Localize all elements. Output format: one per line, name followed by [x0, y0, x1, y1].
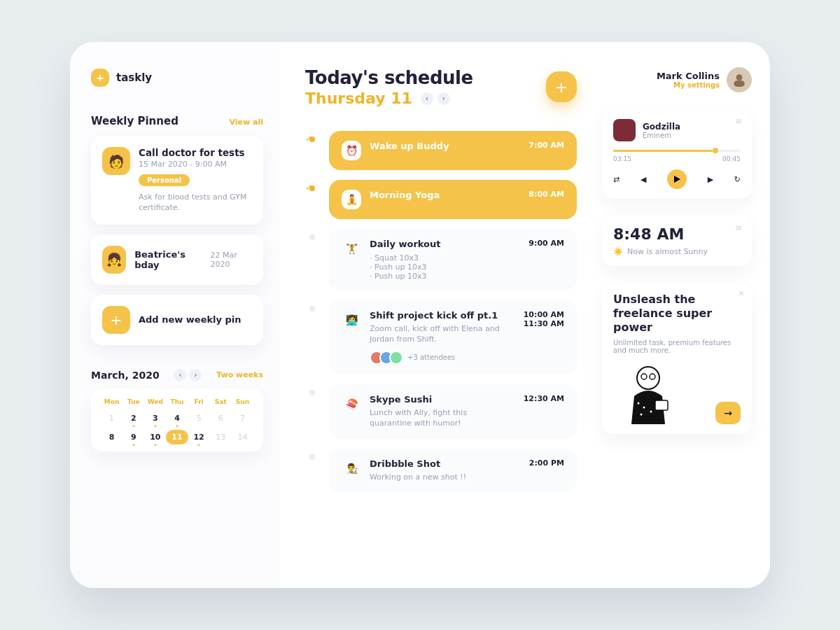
brand[interactable]: + taskly — [91, 69, 263, 87]
calendar-day[interactable]: 1 — [101, 411, 122, 426]
add-event-button[interactable]: + — [546, 71, 577, 102]
view-all-link[interactable]: View all — [229, 118, 263, 127]
progress-bar[interactable] — [613, 150, 741, 152]
timeline-item[interactable]: ✓ ⏰ Wake up Buddy 7:00 AM — [305, 131, 577, 170]
timeline-item[interactable]: 👩‍💻 Shift project kick off pt.1 Zoom cal… — [305, 300, 577, 374]
timeline-item[interactable]: 🍣 Skype Sushi Lunch with Ally, fight thi… — [305, 384, 577, 439]
schedule-title: Today's schedule — [305, 67, 577, 88]
calendar-week-1: 1 2 3 4 5 6 7 — [101, 411, 253, 426]
person-icon: 👩‍💻 — [342, 310, 361, 330]
app-window: + taskly Weekly Pinned View all 🧑 Call d… — [70, 42, 770, 588]
promo-arrow-button[interactable]: → — [715, 402, 741, 424]
add-pin-label: Add new weekly pin — [139, 314, 241, 325]
svg-point-8 — [640, 414, 643, 416]
schedule-next-button[interactable]: › — [438, 92, 450, 105]
pinned-card-2[interactable]: 👧 Beatrice's bday 22 Mar 2020 — [91, 234, 263, 285]
repeat-icon[interactable]: ↻ — [734, 175, 741, 184]
calendar-day[interactable]: 7 — [232, 411, 253, 426]
logo-icon: + — [91, 69, 109, 87]
promo-card: × Unsleash the freelance super power Unl… — [602, 283, 752, 434]
shuffle-icon[interactable]: ⇄ — [613, 175, 620, 184]
calendar-day[interactable]: 8 — [101, 430, 122, 444]
cal-prev-button[interactable]: ‹ — [174, 369, 186, 382]
svg-point-6 — [643, 407, 645, 409]
sidebar: + taskly Weekly Pinned View all 🧑 Call d… — [70, 42, 280, 588]
pinned-1-date: 15 Mar 2020 - 9:00 AM — [139, 160, 251, 169]
svg-rect-4 — [655, 400, 668, 410]
calendar-week-2: 8 9 10 11 12 13 14 — [101, 430, 253, 444]
widget-menu-icon[interactable]: ≡ — [735, 223, 743, 232]
promo-title: Unsleash the freelance super power — [613, 293, 741, 335]
user-chip[interactable]: Mark Collins My settings — [602, 67, 752, 92]
calendar-day-selected[interactable]: 11 — [166, 430, 188, 444]
right-rail: Mark Collins My settings ≡ Godzilla Emin… — [602, 42, 770, 588]
pinned-1-title: Call doctor for tests — [139, 147, 251, 158]
album-cover — [613, 119, 636, 141]
song-artist: Eminem — [643, 132, 680, 139]
schedule-panel: Today's schedule Thursday 11 ‹ › + ✓ ⏰ W… — [280, 42, 602, 588]
schedule-prev-button[interactable]: ‹ — [421, 92, 433, 105]
calendar-day[interactable]: 14 — [232, 430, 253, 444]
calendar-day[interactable]: 2 — [122, 411, 144, 426]
next-track-icon[interactable]: ▶ — [708, 175, 713, 184]
design-icon: 👨‍🎨 — [342, 458, 361, 478]
close-icon[interactable]: × — [738, 288, 745, 298]
widget-menu-icon[interactable]: ≡ — [735, 116, 743, 126]
svg-point-5 — [638, 402, 640, 405]
sushi-icon: 🍣 — [342, 394, 361, 414]
alarm-icon: ⏰ — [342, 141, 361, 160]
app-name: taskly — [116, 71, 152, 84]
person-icon: 🧑 — [102, 147, 130, 175]
yoga-icon: 🧘 — [342, 190, 361, 209]
timeline: ✓ ⏰ Wake up Buddy 7:00 AM ✓ 🧘 Morning Yo… — [305, 131, 577, 520]
calendar-month: March, 2020 — [91, 370, 160, 381]
calendar-day[interactable]: 5 — [188, 411, 210, 426]
weekly-pinned-title: Weekly Pinned — [91, 115, 178, 127]
elapsed-time: 03:15 — [613, 155, 631, 162]
calendar-day[interactable]: 13 — [210, 430, 232, 444]
attendee-avatar — [389, 351, 403, 365]
promo-desc: Unlimited task, premium features and muc… — [613, 339, 741, 354]
pinned-2-title: Beatrice's bday — [134, 249, 202, 270]
user-name: Mark Collins — [657, 71, 720, 81]
user-avatar[interactable] — [727, 67, 752, 92]
weather-icon: ☀️ — [613, 247, 623, 256]
calendar-dow-row: Mon Tue Wed Thu Fri Sat Sun — [101, 398, 253, 405]
check-icon: ✓ — [305, 134, 312, 144]
calendar-day[interactable]: 10 — [144, 430, 166, 444]
plus-icon: + — [102, 306, 130, 334]
pinned-card-1[interactable]: 🧑 Call doctor for tests 15 Mar 2020 - 9:… — [91, 136, 263, 225]
clock-widget: ≡ 8:48 AM ☀️Now is almost Sunny — [602, 216, 752, 266]
workout-icon: 🏋️ — [342, 239, 361, 258]
two-weeks-link[interactable]: Two weeks — [216, 370, 263, 379]
pinned-2-date: 22 Mar 2020 — [210, 251, 252, 269]
user-settings-link[interactable]: My settings — [657, 81, 720, 89]
song-title: Godzilla — [643, 122, 680, 132]
schedule-date: Thursday 11 — [305, 90, 412, 107]
add-weekly-pin-button[interactable]: + Add new weekly pin — [91, 295, 263, 345]
music-widget: ≡ Godzilla Eminem 03:15 00:45 ⇄ ◀ ▶ ↻ — [602, 109, 752, 199]
pinned-1-badge: Personal — [139, 174, 190, 186]
promo-illustration — [613, 361, 690, 424]
timeline-item[interactable]: 🏋️ Daily workout Squat 10x3 Push up 10x3… — [305, 229, 577, 290]
svg-marker-0 — [674, 176, 680, 183]
check-icon: ✓ — [305, 183, 312, 192]
calendar-day[interactable]: 4 — [166, 411, 188, 426]
play-button[interactable] — [667, 169, 687, 189]
prev-track-icon[interactable]: ◀ — [640, 175, 646, 184]
timeline-item[interactable]: ✓ 🧘 Morning Yoga 8:00 AM — [305, 180, 577, 219]
svg-point-7 — [650, 411, 652, 413]
svg-point-1 — [637, 367, 659, 389]
calendar-day[interactable]: 12 — [188, 430, 210, 444]
calendar-widget: March, 2020 ‹ › Two weeks Mon Tue Wed Th… — [91, 369, 263, 451]
current-time: 8:48 AM — [613, 225, 741, 243]
weather-text: Now is almost Sunny — [627, 247, 708, 256]
weekly-pinned-header: Weekly Pinned View all — [91, 115, 263, 127]
timeline-item[interactable]: 👨‍🎨 Dribbble Shot Working on a new shot … — [305, 449, 577, 492]
calendar-day[interactable]: 3 — [144, 411, 166, 426]
remaining-time: 00:45 — [722, 155, 741, 162]
calendar-day[interactable]: 6 — [210, 411, 232, 426]
cal-next-button[interactable]: › — [189, 369, 202, 382]
pinned-1-note: Ask for blood tests and GYM certificate. — [139, 192, 251, 214]
calendar-day[interactable]: 9 — [122, 430, 144, 444]
